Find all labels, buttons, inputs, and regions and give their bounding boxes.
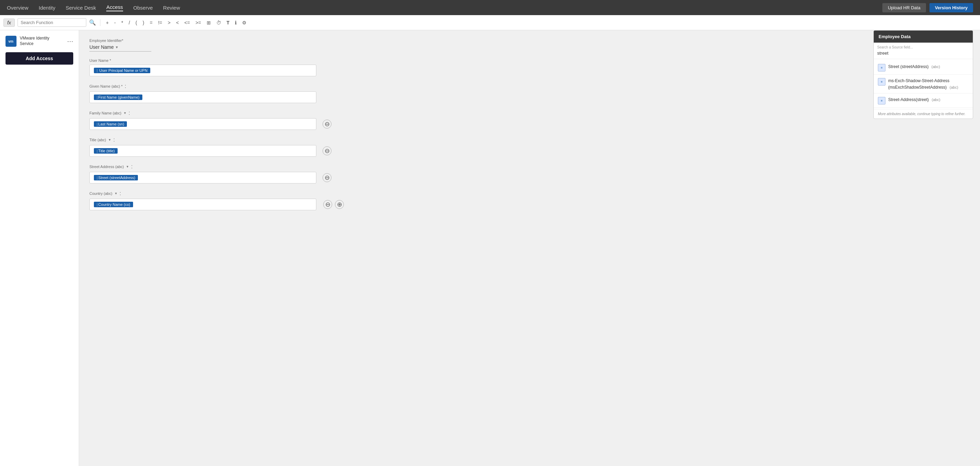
title-colon: :: [113, 137, 115, 143]
nav-observe[interactable]: Observe: [134, 5, 153, 11]
emp-name-1: Street (streetAddress): [888, 64, 928, 69]
family-name-remove-button[interactable]: ⊖: [323, 120, 331, 128]
nav-access[interactable]: Access: [106, 4, 123, 11]
search-function-input[interactable]: [18, 18, 86, 27]
employee-identifier-label: Employee Identifier*: [89, 38, 970, 43]
op-equals[interactable]: =: [148, 19, 154, 26]
employee-item-3[interactable]: ≡ Street-Address(street) (abc): [874, 94, 973, 108]
title-label-row: Title (abc) ▼ :: [89, 137, 970, 143]
nav-overview[interactable]: Overview: [7, 5, 29, 11]
street-dropdown[interactable]: ▼: [126, 165, 129, 168]
op-clock[interactable]: ⏱: [215, 19, 223, 26]
employee-identifier-select[interactable]: User Name ▼: [89, 44, 151, 52]
family-name-field[interactable]: | Last Name (sn): [89, 118, 317, 130]
employee-items-list: ≡ Street (streetAddress) (abc) ≡ ms-Exch…: [874, 59, 973, 109]
sidebar-menu-button[interactable]: ⋯: [67, 38, 73, 45]
app-layout: vm VMware Identity Service ⋯ Add Access …: [0, 30, 980, 466]
family-name-group: Family Name (abc) ▼ : | Last Name (sn) ⊖: [89, 110, 970, 130]
title-label: Title (abc): [89, 138, 106, 142]
street-label: Street Address (abc): [89, 165, 124, 169]
street-token: | Street (streetAddress): [94, 175, 138, 181]
op-open-paren[interactable]: (: [134, 19, 138, 26]
add-access-button[interactable]: Add Access: [5, 52, 73, 65]
employee-panel-search: Search a Source field...: [874, 43, 973, 59]
op-gt[interactable]: >: [166, 19, 172, 26]
street-field[interactable]: | Street (streetAddress): [89, 172, 317, 184]
fx-button[interactable]: fx: [3, 19, 15, 27]
given-name-label-row: Given Name (abc) * :: [89, 83, 970, 89]
upload-hr-data-button[interactable]: Upload HR Data: [882, 3, 926, 13]
country-colon: :: [120, 190, 121, 197]
username-token: | User Principal Name or UPN: [94, 68, 150, 73]
op-settings[interactable]: ⚙: [241, 19, 248, 26]
emp-type-2: (abc): [950, 85, 958, 89]
op-info[interactable]: ℹ: [234, 19, 238, 26]
country-action-buttons: ⊖ ⊕: [323, 200, 344, 209]
op-multiply[interactable]: *: [120, 19, 124, 26]
given-name-colon: :: [125, 83, 126, 89]
employee-item-2[interactable]: ≡ ms-Exch-Shadow-Street-Address (msExchS…: [874, 74, 973, 94]
street-address-group: Street Address (abc) ▼ : | Street (stree…: [89, 163, 970, 184]
country-field[interactable]: | Country Name (co): [89, 199, 317, 210]
given-name-token: | First Name (givenName): [94, 95, 142, 100]
sidebar: vm VMware Identity Service ⋯ Add Access: [0, 30, 79, 466]
family-name-token: | Last Name (sn): [94, 121, 127, 127]
family-name-label: Family Name (abc): [89, 111, 121, 115]
search-hint: Search a Source field...: [877, 45, 969, 49]
employee-identifier-group: Employee Identifier* User Name ▼: [89, 38, 970, 52]
op-lte[interactable]: <=: [183, 19, 191, 26]
title-dropdown[interactable]: ▼: [108, 138, 111, 142]
nav-review[interactable]: Review: [163, 5, 180, 11]
emp-name-2: ms-Exch-Shadow-Street-Address (msExchSha…: [888, 78, 950, 90]
given-name-group: Given Name (abc) * : | First Name (given…: [89, 83, 970, 103]
op-lt[interactable]: <: [175, 19, 180, 26]
country-add-button[interactable]: ⊕: [335, 200, 344, 209]
op-close-paren[interactable]: ): [141, 19, 146, 26]
op-grid[interactable]: ⊞: [205, 19, 212, 26]
op-minus[interactable]: -: [113, 19, 117, 26]
employee-more-text: More attributes available, continue typi…: [874, 109, 973, 119]
given-name-label: Given Name (abc) *: [89, 84, 123, 88]
op-not-equals[interactable]: !=: [157, 19, 164, 26]
given-name-field[interactable]: | First Name (givenName): [89, 91, 317, 103]
title-remove-button[interactable]: ⊖: [323, 146, 331, 155]
nav-actions: Upload HR Data Version History: [882, 3, 973, 13]
nav-items: Overview Identity Service Desk Access Ob…: [7, 4, 882, 11]
country-label: Country (abc): [89, 192, 113, 195]
title-token: | Title (title): [94, 148, 118, 154]
street-label-row: Street Address (abc) ▼ :: [89, 163, 970, 170]
username-field[interactable]: | User Principal Name or UPN: [89, 65, 317, 76]
op-text[interactable]: T: [225, 19, 231, 26]
nav-identity[interactable]: Identity: [39, 5, 56, 11]
family-name-dropdown[interactable]: ▼: [123, 111, 127, 115]
employee-identifier-value: User Name: [89, 44, 114, 50]
country-dropdown[interactable]: ▼: [115, 192, 118, 195]
main-content: Employee Identifier* User Name ▼ User Na…: [79, 30, 980, 466]
formula-bar: fx 🔍 + - * / ( ) = != > < <= >= ⊞ ⏱ T ℹ …: [0, 15, 980, 30]
title-group: Title (abc) ▼ : | Title (title) ⊖: [89, 137, 970, 157]
country-remove-button[interactable]: ⊖: [323, 200, 332, 209]
emp-icon-3: ≡: [878, 97, 885, 105]
emp-icon-1: ≡: [878, 64, 885, 71]
op-plus[interactable]: +: [105, 19, 110, 26]
employee-item-1[interactable]: ≡ Street (streetAddress) (abc): [874, 60, 973, 74]
op-gte[interactable]: >=: [194, 19, 202, 26]
op-divide[interactable]: /: [127, 19, 131, 26]
country-group: Country (abc) ▼ : | Country Name (co) ⊖ …: [89, 190, 970, 210]
nav-service-desk[interactable]: Service Desk: [66, 5, 96, 11]
employee-data-panel: Employee Data Search a Source field... ≡…: [873, 30, 973, 119]
sidebar-logo-area: vm VMware Identity Service ⋯: [0, 36, 79, 52]
street-remove-button[interactable]: ⊖: [323, 173, 331, 182]
family-name-label-row: Family Name (abc) ▼ :: [89, 110, 970, 116]
dropdown-arrow-icon: ▼: [115, 45, 119, 49]
title-field[interactable]: | Title (title): [89, 145, 317, 157]
version-history-button[interactable]: Version History: [929, 3, 973, 13]
employee-search-input[interactable]: [877, 51, 969, 55]
top-nav: Overview Identity Service Desk Access Ob…: [0, 0, 980, 15]
country-token: | Country Name (co): [94, 202, 133, 207]
search-icon[interactable]: 🔍: [89, 19, 96, 26]
username-label: User Name *: [89, 59, 970, 63]
sidebar-app-name: VMware Identity Service: [20, 36, 64, 46]
street-colon: :: [131, 163, 132, 170]
vmware-icon: vm: [5, 36, 16, 47]
